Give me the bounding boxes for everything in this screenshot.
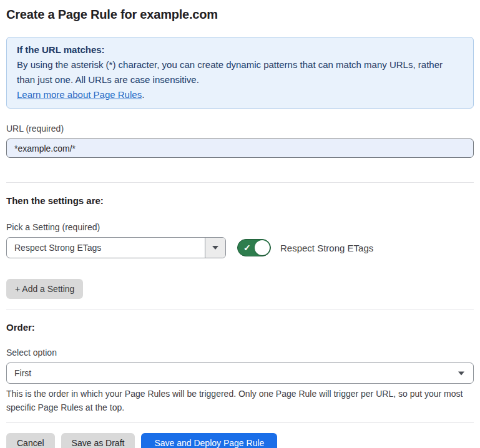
settings-section-heading: Then the settings are: xyxy=(6,195,474,206)
link-suffix: . xyxy=(142,89,144,100)
setting-toggle-on[interactable]: ✓ xyxy=(237,239,271,256)
section-divider xyxy=(6,309,474,309)
check-icon: ✓ xyxy=(243,243,251,252)
section-divider xyxy=(6,182,474,183)
save-deploy-button[interactable]: Save and Deploy Page Rule xyxy=(141,433,277,448)
setting-row: Respect Strong ETags ✓ Respect Strong ET… xyxy=(6,237,474,258)
cancel-button[interactable]: Cancel xyxy=(6,433,55,448)
toggle-label: Respect Strong ETags xyxy=(280,243,373,253)
save-draft-button[interactable]: Save as Draft xyxy=(61,433,135,448)
order-section-heading: Order: xyxy=(6,322,474,333)
order-help-text: This is the order in which your Page Rul… xyxy=(6,387,471,414)
url-input[interactable] xyxy=(6,139,474,158)
info-box-link-line: Learn more about Page Rules. xyxy=(17,87,463,102)
url-field-label: URL (required) xyxy=(6,124,474,134)
order-select[interactable]: First xyxy=(6,363,474,384)
pick-setting-label: Pick a Setting (required) xyxy=(6,222,474,232)
setting-select[interactable]: Respect Strong ETags xyxy=(6,237,226,258)
page-title: Create a Page Rule for example.com xyxy=(6,7,474,22)
learn-more-link[interactable]: Learn more about Page Rules xyxy=(17,89,142,100)
url-matches-info-box: If the URL matches: By using the asteris… xyxy=(6,37,474,109)
create-page-rule-form: Create a Page Rule for example.com If th… xyxy=(0,7,480,448)
order-select-label: Select option xyxy=(6,348,474,358)
order-select-value: First xyxy=(7,363,473,383)
chevron-down-icon xyxy=(458,372,464,376)
toggle-knob xyxy=(255,240,270,255)
footer-actions: Cancel Save as Draft Save and Deploy Pag… xyxy=(6,433,474,448)
info-box-heading: If the URL matches: xyxy=(17,42,463,57)
footer-divider xyxy=(6,422,474,423)
add-setting-button[interactable]: + Add a Setting xyxy=(6,279,83,299)
order-select-wrap: First xyxy=(6,363,474,384)
chevron-down-icon xyxy=(212,246,218,250)
setting-select-value: Respect Strong ETags xyxy=(7,238,205,258)
info-box-body: By using the asterisk (*) character, you… xyxy=(17,57,463,87)
setting-select-arrow-button[interactable] xyxy=(205,238,225,258)
